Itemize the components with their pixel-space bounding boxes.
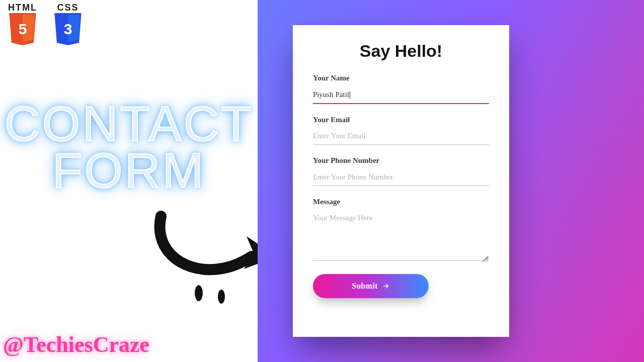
css3-shield-icon: 3 xyxy=(53,13,83,45)
html5-badge: HTML 5 xyxy=(7,3,38,45)
message-label: Message xyxy=(313,197,489,207)
hero-title: CONTACT FORM xyxy=(3,101,255,194)
name-field: Your Name Piyush Patil xyxy=(313,73,489,104)
name-input[interactable]: Piyush Patil xyxy=(313,87,489,104)
submit-button-label: Submit xyxy=(352,274,378,298)
hero-line-1: CONTACT xyxy=(3,101,255,147)
promo-panel: HTML 5 CSS 3 CONTACT FORM @TechiesCraze xyxy=(0,0,258,362)
message-textarea[interactable] xyxy=(313,211,489,261)
gradient-stage: Say Hello! Your Name Piyush Patil Your E… xyxy=(258,0,644,362)
svg-point-2 xyxy=(218,290,225,304)
message-field: Message xyxy=(313,197,489,263)
svg-point-1 xyxy=(195,285,203,301)
css3-badge: CSS 3 xyxy=(52,3,84,45)
css3-label: CSS xyxy=(57,3,78,12)
text-caret-icon xyxy=(350,91,350,99)
css3-glyph: 3 xyxy=(53,13,83,45)
tech-badges: HTML 5 CSS 3 xyxy=(7,3,84,45)
arrow-right-icon xyxy=(382,282,390,290)
hero-line-2: FORM xyxy=(3,147,255,194)
phone-label: Your Phone Number xyxy=(313,156,489,166)
name-input-value: Piyush Patil xyxy=(313,90,349,99)
email-input[interactable] xyxy=(313,129,489,145)
html5-label: HTML xyxy=(8,3,37,12)
form-title: Say Hello! xyxy=(313,42,489,59)
phone-field: Your Phone Number xyxy=(313,156,489,186)
message-textarea-wrap xyxy=(313,211,489,263)
contact-form-card: Say Hello! Your Name Piyush Patil Your E… xyxy=(293,25,509,337)
name-label: Your Name xyxy=(313,73,489,83)
email-field: Your Email xyxy=(313,115,489,145)
html5-shield-icon: 5 xyxy=(8,13,37,45)
phone-input[interactable] xyxy=(313,170,489,186)
email-label: Your Email xyxy=(313,115,489,125)
html5-glyph: 5 xyxy=(8,13,37,45)
channel-handle: @TechiesCraze xyxy=(3,334,149,356)
submit-button[interactable]: Submit xyxy=(313,274,429,298)
